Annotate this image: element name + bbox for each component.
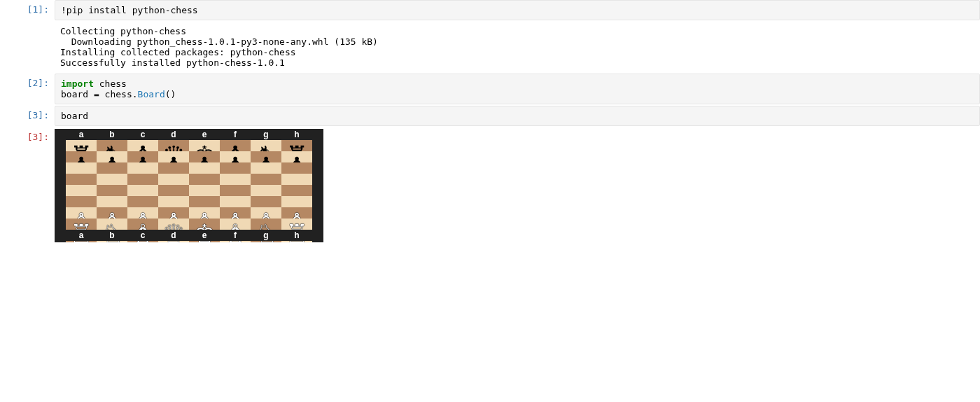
stdout-output: Collecting python-chess Downloading pyth… [55,22,980,72]
file-label: h [281,129,312,140]
file-label: c [127,129,158,140]
file-label: c [127,230,158,241]
output-prompt [7,22,55,26]
file-label: e [189,129,220,140]
code-input[interactable]: !pip install python-chess [55,0,980,20]
output-prompt: [3]: [7,127,55,142]
input-prompt: [2]: [7,74,55,88]
board-corner [55,230,66,241]
code-cell: [1]: !pip install python-chess [0,0,980,20]
file-label: f [220,129,251,140]
file-label: b [97,129,127,140]
jupyter-notebook: [1]: !pip install python-chess Collectin… [0,0,980,241]
board-corner [55,129,66,140]
file-label: a [66,230,97,241]
board-corner [312,129,323,140]
code-cell: [3]: board [0,106,980,126]
file-label: g [251,230,281,241]
output-row: [3]: abcdefgh8♜♞♝♛♚♝♞♜87♟♟♟♟♟♟♟♟76655443… [0,127,980,241]
code-input[interactable]: import chess board = chess.Board() [55,74,980,104]
file-label: a [66,129,97,140]
file-label: d [158,230,189,241]
file-label: h [281,230,312,241]
input-prompt: [3]: [7,106,55,120]
code-input[interactable]: board [55,106,980,126]
file-label: d [158,129,189,140]
input-prompt: [1]: [7,0,55,15]
chess-board-output: abcdefgh8♜♞♝♛♚♝♞♜87♟♟♟♟♟♟♟♟7665544332♙♙♙… [55,129,323,241]
output-row: Collecting python-chess Downloading pyth… [0,22,980,72]
file-label: f [220,230,251,241]
code-cell: [2]: import chess board = chess.Board() [0,74,980,104]
board-corner [312,230,323,241]
file-label: g [251,129,281,140]
file-label: e [189,230,220,241]
file-label: b [97,230,127,241]
